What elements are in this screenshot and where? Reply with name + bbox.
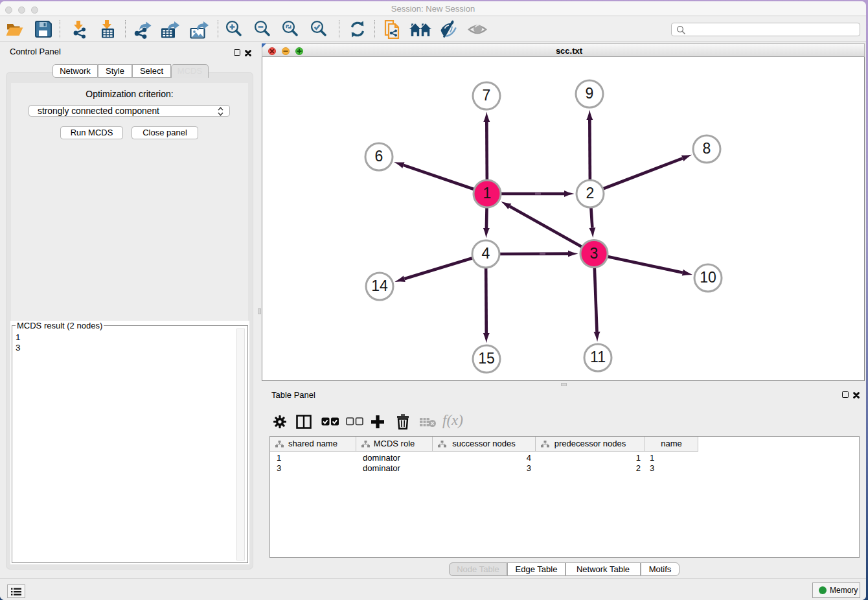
svg-text:9: 9 [586, 85, 594, 102]
svg-text:14: 14 [371, 277, 388, 294]
svg-text:1: 1 [483, 185, 492, 202]
svg-text:3: 3 [590, 245, 599, 262]
svg-text:2: 2 [586, 185, 595, 202]
svg-text:4: 4 [482, 245, 490, 262]
svg-text:11: 11 [590, 349, 606, 365]
svg-text:15: 15 [478, 350, 495, 367]
svg-text:10: 10 [700, 269, 716, 286]
svg-text:8: 8 [703, 140, 711, 157]
svg-text:6: 6 [375, 148, 383, 165]
svg-text:7: 7 [483, 87, 491, 104]
